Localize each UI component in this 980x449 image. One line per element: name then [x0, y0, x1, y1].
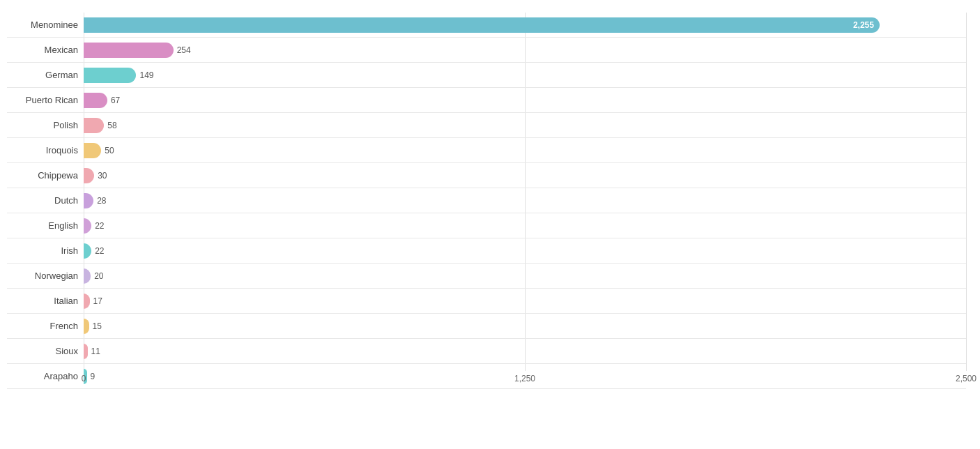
bar-track: 17 — [84, 289, 966, 313]
bar-value: 22 — [95, 246, 104, 256]
bar-row: French15 — [7, 314, 966, 339]
bar-label: Arapaho — [7, 371, 84, 381]
bar-row: Mexican254 — [7, 38, 966, 63]
bar-label: Chippewa — [7, 170, 84, 181]
bar-label: French — [7, 321, 84, 331]
bar-fill: 22 — [84, 218, 91, 234]
bar-label: Puerto Rican — [7, 95, 84, 105]
bar-track: 22 — [84, 213, 966, 238]
bar-label: Dutch — [7, 195, 84, 206]
bar-label: Polish — [7, 120, 84, 130]
bar-fill: 15 — [84, 319, 89, 334]
bar-track: 149 — [84, 63, 966, 87]
bar-row: Iroquois50 — [7, 138, 966, 163]
bar-fill: 20 — [84, 268, 91, 284]
x-axis: 01,2502,500 — [84, 371, 966, 392]
bar-track: 58 — [84, 113, 966, 137]
bars-section: Menominee2,255Mexican254German149Puerto … — [7, 13, 966, 371]
bar-track: 15 — [84, 314, 966, 338]
bar-track: 22 — [84, 238, 966, 263]
bar-fill: 50 — [84, 143, 101, 158]
bar-row: Italian17 — [7, 289, 966, 314]
bar-value-inside: 2,255 — [853, 20, 874, 30]
bar-row: Norwegian20 — [7, 264, 966, 289]
bar-label: Irish — [7, 245, 84, 256]
bar-label: German — [7, 70, 84, 80]
chart-container: Menominee2,255Mexican254German149Puerto … — [0, 0, 980, 449]
bar-fill: 22 — [84, 243, 91, 259]
bar-row: Polish58 — [7, 113, 966, 138]
bar-fill: 30 — [84, 168, 94, 183]
x-axis-tick: 2,500 — [956, 374, 977, 383]
bar-value: 67 — [111, 96, 120, 105]
bar-track: 20 — [84, 264, 966, 288]
bar-label: Iroquois — [7, 145, 84, 155]
bar-value: 149 — [139, 70, 153, 80]
bar-value: 50 — [105, 146, 114, 155]
bar-fill: 254 — [84, 43, 174, 58]
bar-track: 30 — [84, 163, 966, 188]
bar-fill: 28 — [84, 193, 93, 208]
bar-track: 67 — [84, 88, 966, 112]
bar-value: 17 — [93, 296, 102, 306]
grid-line-end — [966, 13, 967, 371]
x-axis-tick: 0 — [82, 374, 86, 383]
bar-value: 11 — [91, 347, 100, 356]
chart-area: Menominee2,255Mexican254German149Puerto … — [7, 13, 966, 392]
bar-fill: 149 — [84, 68, 136, 83]
bar-fill: 67 — [84, 93, 107, 108]
bar-row: Puerto Rican67 — [7, 88, 966, 113]
bar-row: Dutch28 — [7, 188, 966, 213]
bar-track: 11 — [84, 339, 966, 363]
bar-value: 28 — [97, 196, 106, 206]
bar-value: 20 — [94, 271, 103, 281]
bar-fill: 2,255 — [84, 17, 880, 33]
bar-fill: 17 — [84, 294, 90, 309]
bar-value: 30 — [98, 171, 107, 181]
bar-label: Italian — [7, 296, 84, 306]
bar-row: Sioux11 — [7, 339, 966, 364]
bar-label: Norwegian — [7, 271, 84, 281]
bar-value: 254 — [177, 45, 191, 55]
bar-value: 22 — [95, 221, 104, 231]
bar-row: English22 — [7, 213, 966, 238]
bar-track: 28 — [84, 188, 966, 213]
bar-track: 2,255 — [84, 13, 966, 37]
bar-row: Irish22 — [7, 238, 966, 264]
bar-label: Menominee — [7, 20, 84, 30]
bar-fill: 11 — [84, 344, 88, 359]
bar-fill: 58 — [84, 118, 104, 133]
bar-row: German149 — [7, 63, 966, 88]
bar-value: 15 — [93, 321, 102, 331]
bar-track: 50 — [84, 138, 966, 162]
bar-track: 254 — [84, 38, 966, 62]
bar-row: Menominee2,255 — [7, 13, 966, 38]
bar-row: Chippewa30 — [7, 163, 966, 188]
bar-label: Sioux — [7, 346, 84, 356]
x-axis-tick: 1,250 — [514, 374, 535, 383]
bar-label: English — [7, 220, 84, 231]
bar-value: 58 — [107, 121, 116, 130]
bar-label: Mexican — [7, 45, 84, 55]
